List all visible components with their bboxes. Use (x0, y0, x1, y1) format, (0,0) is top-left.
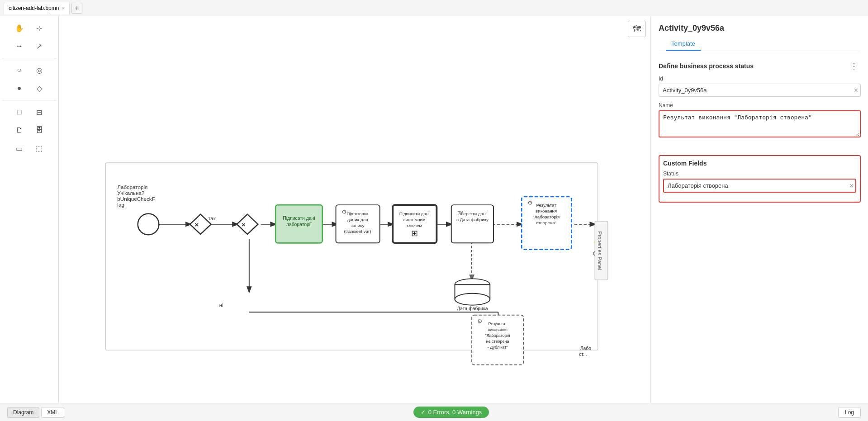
id-input[interactable] (659, 84, 861, 97)
custom-fields-inner: Custom Fields Status × (659, 155, 861, 203)
id-field: Id × (659, 76, 861, 97)
status-clear-button[interactable]: × (849, 182, 854, 190)
collapsed-rect-tool-button[interactable]: ⊟ (30, 104, 48, 120)
svg-text:виконання: виконання (488, 327, 508, 332)
section-title: Define business process status (659, 62, 754, 70)
svg-text:⊞: ⊞ (411, 229, 418, 238)
hand-tool-button[interactable]: ✋ (10, 20, 28, 36)
add-tab-button[interactable]: + (71, 3, 82, 14)
diagram-tab-button[interactable]: Diagram (7, 407, 39, 418)
svg-rect-1 (105, 163, 598, 350)
svg-text:не створена: не створена (486, 339, 510, 344)
svg-text:Підписати дані: Підписати дані (283, 216, 315, 221)
status-label: Status (663, 170, 856, 177)
status-message: ✓ 0 Errors, 0 Warnings (413, 407, 489, 418)
custom-fields-section: Custom Fields Status × (651, 150, 868, 208)
toolbar-divider-1 (2, 58, 57, 58)
svg-text:Лабораторія: Лабораторія (117, 184, 147, 190)
id-clear-button[interactable]: × (854, 86, 858, 95)
svg-text:ні: ні (219, 302, 223, 308)
svg-point-14 (138, 214, 159, 235)
map-button[interactable]: 🗺 (628, 21, 646, 37)
log-button[interactable]: Log (838, 407, 861, 418)
page-tool-button[interactable]: 🗋 (10, 122, 28, 138)
svg-text:⚙: ⚙ (527, 199, 533, 206)
properties-tabs: Template (659, 38, 861, 51)
tab-label: citizen-add-lab.bpmn (9, 5, 59, 11)
dashed-rect-tool-button[interactable]: ⬚ (30, 140, 48, 156)
toolbar-row-4: ● ◇ (2, 80, 57, 96)
name-field: Name Результат виконання "Лабораторія ст… (659, 102, 861, 139)
svg-text:Дата фабрика: Дата фабрика (457, 306, 488, 311)
svg-text:Лабо: Лабо (580, 346, 591, 351)
svg-text:〜: 〜 (457, 208, 463, 215)
properties-panel: Activity_0y9v56a Template Define busines… (651, 16, 868, 403)
svg-text:в Дата фабрику: в Дата фабрику (456, 217, 489, 222)
diamond-tool-button[interactable]: ◇ (30, 80, 48, 96)
map-icon: 🗺 (633, 24, 641, 34)
svg-text:"Лабораторія: "Лабораторія (533, 214, 560, 219)
main-content: ✋ ⊹ ↔ ↗ ○ ◎ ● ◇ □ ⊟ 🗋 🗄 ▭ ⬚ (0, 16, 868, 403)
toolbar-row-5: □ ⊟ (2, 104, 57, 120)
svg-text:системним: системним (403, 217, 426, 222)
id-input-wrapper: × (659, 84, 861, 97)
more-options-button[interactable]: ⋮ (847, 60, 861, 72)
name-textarea[interactable]: Результат виконання "Лабораторія створен… (659, 110, 861, 137)
filled-circle-tool-button[interactable]: ● (10, 80, 28, 96)
xml-tab-button[interactable]: XML (41, 407, 64, 418)
svg-text:Підписати дані: Підписати дані (399, 211, 430, 216)
name-label: Name (659, 102, 861, 109)
svg-text:лабораторії: лабораторії (286, 222, 312, 227)
status-input[interactable] (663, 179, 856, 193)
connect-tool-button[interactable]: ↗ (30, 38, 48, 54)
toolbar-row-1: ✋ ⊹ (2, 20, 57, 36)
define-section: Define business process status ⋮ Id × Na… (651, 55, 868, 150)
canvas-area[interactable]: 🗺 (59, 16, 651, 403)
tab-template[interactable]: Template (666, 38, 701, 51)
circle-tool-button[interactable]: ○ (10, 62, 28, 78)
svg-text:даних для: даних для (347, 217, 368, 222)
file-tab[interactable]: citizen-add-lab.bpmn × (4, 2, 70, 14)
ring-tool-button[interactable]: ◎ (30, 62, 48, 78)
status-ok-icon: ✓ (421, 409, 426, 416)
lasso-tool-button[interactable]: ⊹ (30, 20, 48, 36)
id-label: Id (659, 76, 861, 82)
svg-text:Результат: Результат (489, 322, 507, 326)
status-field: Status × (663, 170, 856, 193)
top-bar: citizen-add-lab.bpmn × + (0, 0, 868, 16)
svg-text:⚙: ⚙ (477, 318, 483, 325)
svg-text:bUniqueCheckF: bUniqueCheckF (117, 196, 155, 202)
svg-text:створена": створена" (536, 220, 556, 225)
status-bar: Diagram XML ✓ 0 Errors, 0 Warnings Log (0, 403, 868, 421)
left-toolbar: ✋ ⊹ ↔ ↗ ○ ◎ ● ◇ □ ⊟ 🗋 🗄 ▭ ⬚ (0, 16, 59, 403)
svg-text:lag: lag (117, 202, 124, 208)
custom-fields-title: Custom Fields (663, 160, 707, 167)
svg-text:"Лабораторія: "Лабораторія (485, 333, 510, 338)
svg-text:Підготовка: Підготовка (346, 211, 369, 216)
svg-text:Результат: Результат (536, 203, 557, 208)
svg-text:так: так (208, 215, 216, 221)
svg-text:Унікальна?: Унікальна? (117, 190, 144, 196)
activity-title: Activity_0y9v56a (659, 24, 861, 33)
toolbar-row-6: 🗋 🗄 (2, 122, 57, 138)
rect-tool-button[interactable]: □ (10, 104, 28, 120)
svg-text:Properties Panel: Properties Panel (597, 231, 603, 270)
toolbar-row-3: ○ ◎ (2, 62, 57, 78)
svg-text:×: × (194, 221, 199, 228)
status-tabs: Diagram XML (7, 407, 64, 418)
svg-text:- Дублікат": - Дублікат" (488, 345, 508, 350)
svg-text:×: × (242, 221, 246, 228)
svg-text:(transient var): (transient var) (344, 229, 371, 234)
svg-text:ключем: ключем (407, 223, 422, 228)
status-input-wrapper: × (663, 179, 856, 193)
section-header: Define business process status ⋮ (659, 60, 861, 72)
rect2-tool-button[interactable]: ▭ (10, 140, 28, 156)
arrow-tool-button[interactable]: ↔ (10, 38, 28, 54)
svg-point-53 (455, 293, 490, 305)
custom-fields-header: Custom Fields (663, 160, 856, 167)
toolbar-divider-2 (2, 100, 57, 100)
tab-close-icon[interactable]: × (62, 5, 64, 11)
db-tool-button[interactable]: 🗄 (30, 122, 48, 138)
status-text: 0 Errors, 0 Warnings (428, 409, 482, 416)
properties-header: Activity_0y9v56a Template (651, 16, 868, 55)
